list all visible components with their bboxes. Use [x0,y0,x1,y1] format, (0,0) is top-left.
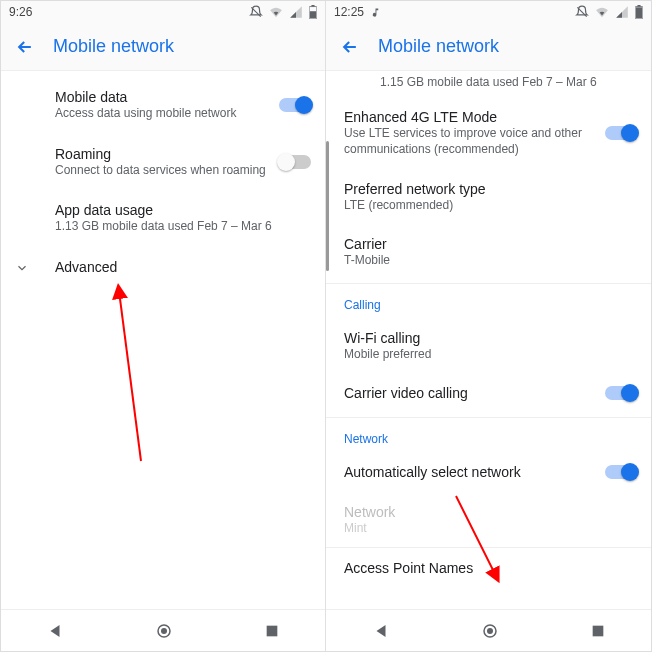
row-title: Mobile data [55,89,307,105]
row-auto-select-network[interactable]: Automatically select network [326,452,651,492]
svg-rect-9 [636,7,642,18]
nav-recents-icon[interactable] [590,623,606,639]
nav-bar [326,609,651,651]
status-bar: 12:25 [326,1,651,23]
toggle-lte[interactable] [605,126,637,140]
nav-bar [1,609,325,651]
row-title: Preferred network type [344,181,633,197]
back-icon[interactable] [15,37,35,57]
nav-home-icon[interactable] [155,622,173,640]
status-bar: 9:26 [1,1,325,23]
row-preferred-network-type[interactable]: Preferred network type LTE (recommended) [326,169,651,224]
annotation-arrow [101,281,161,471]
signal-icon [289,5,303,19]
nav-back-icon[interactable] [372,622,390,640]
row-title: App data usage [55,202,307,218]
row-title: Advanced [55,259,307,275]
row-subtitle: T-Mobile [344,253,633,267]
wifi-icon [595,5,609,19]
row-title: Automatically select network [344,464,633,480]
toggle-roaming[interactable] [279,155,311,169]
row-title: Network [344,504,633,520]
row-apn[interactable]: Access Point Names [326,548,651,588]
row-subtitle: Connect to data services when roaming [55,163,307,179]
row-network: Network Mint [326,492,651,547]
svg-point-12 [487,628,492,633]
row-subtitle: 1.13 GB mobile data used Feb 7 – Mar 6 [55,219,307,235]
nav-home-icon[interactable] [481,622,499,640]
battery-icon [635,5,643,19]
row-subtitle: Access data using mobile network [55,106,307,122]
chevron-down-icon [15,261,29,275]
svg-rect-8 [637,5,640,7]
row-title: Wi-Fi calling [344,330,633,346]
nav-recents-icon[interactable] [264,623,280,639]
section-header-network: Network [326,417,651,452]
svg-rect-2 [310,11,316,18]
row-title: Enhanced 4G LTE Mode [344,109,597,125]
row-title: Carrier [344,236,633,252]
row-carrier-video-calling[interactable]: Carrier video calling [326,373,651,413]
page-title: Mobile network [53,36,174,57]
row-mobile-data[interactable]: Mobile data Access data using mobile net… [1,77,325,134]
section-header-calling: Calling [326,283,651,318]
svg-rect-6 [266,625,277,636]
phone-left: 9:26 Mobile network Mobile data Access d… [1,1,326,651]
svg-point-5 [162,628,167,633]
dnd-icon [249,5,263,19]
row-subtitle: Use LTE services to improve voice and ot… [344,126,597,157]
row-carrier[interactable]: Carrier T-Mobile [326,224,651,279]
toggle-carrier-video[interactable] [605,386,637,400]
nav-back-icon[interactable] [46,622,64,640]
row-subtitle: Mint [344,521,633,535]
app-bar: Mobile network [326,23,651,71]
usage-subtitle-partial: 1.15 GB mobile data used Feb 7 – Mar 6 [380,75,633,89]
dnd-icon [575,5,589,19]
wifi-icon [269,5,283,19]
battery-icon [309,5,317,19]
row-advanced[interactable]: Advanced [1,247,325,287]
status-time: 12:25 [334,5,364,19]
row-title: Carrier video calling [344,385,633,401]
row-title: Access Point Names [344,560,633,576]
phone-right: 12:25 Mobile network 1.15 GB mobile data… [326,1,651,651]
row-title: Roaming [55,146,307,162]
back-icon[interactable] [340,37,360,57]
signal-icon [615,5,629,19]
music-note-icon [370,7,381,18]
row-subtitle: Mobile preferred [344,347,633,361]
svg-rect-1 [311,5,314,7]
app-bar: Mobile network [1,23,325,71]
row-app-data-usage[interactable]: App data usage 1.13 GB mobile data used … [1,190,325,247]
toggle-auto-select[interactable] [605,465,637,479]
toggle-mobile-data[interactable] [279,98,311,112]
page-title: Mobile network [378,36,499,57]
svg-rect-13 [592,625,603,636]
svg-line-3 [119,291,141,461]
row-wifi-calling[interactable]: Wi-Fi calling Mobile preferred [326,318,651,373]
row-enhanced-lte[interactable]: Enhanced 4G LTE Mode Use LTE services to… [326,97,651,169]
row-roaming[interactable]: Roaming Connect to data services when ro… [1,134,325,191]
status-time: 9:26 [9,5,32,19]
row-subtitle: LTE (recommended) [344,198,633,212]
